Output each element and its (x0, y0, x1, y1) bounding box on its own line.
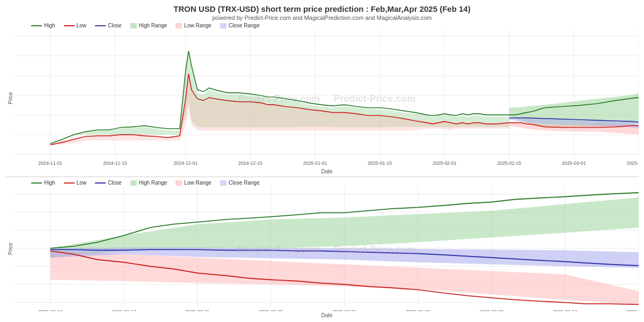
legend-high-range-rect (130, 23, 137, 28)
legend-low-line (64, 25, 75, 26)
chart2-legend: High Low Close High Range (15, 178, 639, 187)
chart2-wrapper: Price High Low Close (5, 178, 639, 319)
page-title: TRON USD (TRX-USD) short term price pred… (173, 4, 470, 13)
svg-text:2025-02-25: 2025-02-25 (259, 308, 283, 311)
svg-text:2025-02-15: 2025-02-15 (497, 160, 521, 165)
chart2-svg-area: Predict-Price.com Predict-Price.com 0.27… (15, 187, 639, 311)
legend2-low-range: Low Range (175, 180, 211, 186)
chart1-y-label: Price (5, 21, 15, 175)
svg-text:2025-03-13: 2025-03-13 (553, 308, 577, 311)
legend2-high-range-rect (130, 180, 137, 186)
legend-close-label: Close (108, 23, 122, 28)
svg-text:2025-02-13: 2025-02-13 (38, 308, 62, 311)
svg-text:2025-03-01: 2025-03-01 (562, 160, 586, 165)
svg-text:2025-02-21: 2025-02-21 (185, 308, 209, 311)
legend-low-label: Low (77, 23, 86, 28)
svg-text:2024-12-15: 2024-12-15 (238, 160, 262, 165)
legend2-low-range-rect (175, 180, 182, 186)
legend-high: High (31, 23, 55, 28)
chart1-inner: High Low Close High Range (15, 21, 639, 175)
legend2-close-label: Close (108, 180, 122, 186)
svg-text:2024-11-15: 2024-11-15 (103, 160, 127, 165)
legend2-high-label: High (44, 180, 55, 186)
legend2-low: Low (64, 180, 86, 186)
chart1-wrapper: Price High Low Close (5, 21, 639, 175)
legend-close-range-rect (220, 23, 226, 28)
legend2-high-range: High Range (130, 180, 167, 186)
legend2-close-line (95, 182, 106, 184)
svg-text:2025-02-01: 2025-02-01 (433, 160, 457, 165)
legend-close-range: Close Range (220, 23, 260, 28)
legend-high-line (31, 25, 42, 26)
chart2-inner: High Low Close High Range (15, 178, 639, 319)
legend-close-range-label: Close Range (229, 23, 260, 28)
legend2-high: High (31, 180, 55, 186)
svg-text:2025-01-15: 2025-01-15 (368, 160, 392, 165)
legend2-close: Close (95, 180, 122, 186)
svg-text:2025-03-01: 2025-03-01 (333, 308, 357, 311)
svg-text:2024-12-01: 2024-12-01 (173, 160, 197, 165)
legend2-close-range-label: Close Range (229, 180, 260, 186)
svg-text:2025-02-17: 2025-02-17 (112, 308, 136, 311)
svg-text:2025-03-17: 2025-03-17 (627, 308, 639, 311)
legend2-low-label: Low (77, 180, 86, 186)
legend2-high-range-label: High Range (139, 180, 167, 186)
legend-close: Close (95, 23, 122, 28)
legend2-low-range-label: Low Range (184, 180, 211, 186)
legend-high-range: High Range (130, 23, 167, 28)
legend2-low-line (64, 182, 75, 184)
chart1-x-label: Date (15, 167, 639, 175)
chart1-svg-area: Predict-Price.com Predict-Price.com 0.45… (15, 30, 639, 167)
chart1-svg: 0.45 0.40 0.35 0.30 0.25 0.20 0.15 (15, 30, 639, 167)
legend-low-range-rect (175, 23, 182, 28)
chart2-svg: 0.27 0.26 0.25 0.24 0.23 0.22 0.21 (15, 187, 639, 311)
svg-text:2025-03-05: 2025-03-05 (406, 308, 430, 311)
svg-text:2025-03-15: 2025-03-15 (627, 160, 639, 165)
legend2-close-range: Close Range (220, 180, 260, 186)
page-container: TRON USD (TRX-USD) short term price pred… (0, 0, 644, 322)
charts-area: Price High Low Close (0, 21, 644, 322)
chart2-y-label: Price (5, 178, 15, 319)
chart2-x-label: Date (15, 311, 639, 319)
legend-high-range-label: High Range (139, 23, 167, 28)
legend2-high-line (31, 182, 42, 184)
svg-text:2025-03-09: 2025-03-09 (480, 308, 504, 311)
legend2-close-range-rect (220, 180, 226, 186)
chart1-legend: High Low Close High Range (15, 21, 639, 30)
legend-low-range-label: Low Range (184, 23, 211, 28)
legend-high-label: High (44, 23, 55, 28)
page-subtitle: powered by Predict-Price.com and Magical… (212, 14, 431, 21)
legend-close-line (95, 25, 106, 26)
svg-text:2025-01-01: 2025-01-01 (303, 160, 327, 165)
legend-low-range: Low Range (175, 23, 211, 28)
svg-text:2024-11-01: 2024-11-01 (38, 160, 62, 165)
legend-low: Low (64, 23, 86, 28)
chart-divider (5, 177, 639, 177)
